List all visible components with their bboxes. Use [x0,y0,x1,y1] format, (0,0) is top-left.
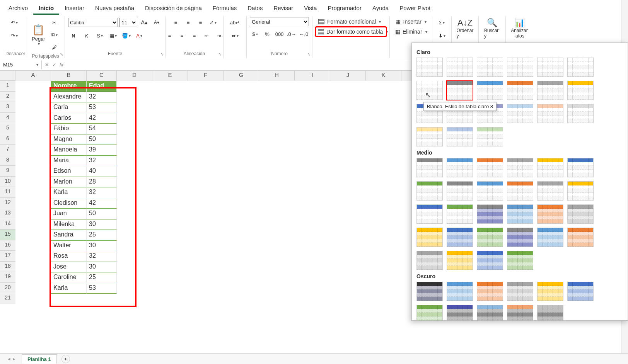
table-data-cell[interactable]: Magno [51,134,87,145]
table-style-swatch[interactable] [567,158,594,177]
table-style-swatch[interactable] [567,58,594,77]
table-style-swatch[interactable] [447,158,473,177]
table-data-cell[interactable]: Carla [51,102,87,113]
table-style-swatch[interactable] [477,204,503,224]
table-style-swatch[interactable] [537,181,563,201]
row-header[interactable]: 2 [0,92,15,102]
table-style-swatch[interactable] [537,228,563,247]
italic-button[interactable]: K [81,30,92,41]
table-data-cell[interactable]: 39 [87,145,117,156]
table-style-swatch[interactable] [477,81,503,100]
row-header[interactable]: 11 [0,187,15,198]
ribbon-tab-revisar[interactable]: Revisar [268,2,299,15]
column-header[interactable]: J [330,71,366,81]
borders-button[interactable]: ▦▾ [108,30,118,41]
table-data-cell[interactable]: Edson [51,166,87,177]
row-header[interactable]: 19 [0,272,15,283]
table-data-cell[interactable]: 32 [87,156,117,167]
table-data-cell[interactable]: Milenka [51,219,87,230]
table-style-swatch[interactable] [447,228,473,247]
thousands-button[interactable]: 000 [274,29,285,39]
row-header[interactable]: 5 [0,123,15,134]
table-style-swatch[interactable] [477,228,503,247]
table-data-cell[interactable]: 54 [87,124,117,134]
table-data-cell[interactable]: Juan [51,209,87,219]
table-data-cell[interactable]: 28 [87,177,117,188]
table-style-swatch[interactable] [416,228,443,247]
ribbon-tab-vista[interactable]: Vista [299,2,322,15]
ribbon-tab-archivo[interactable]: Archivo [3,2,33,15]
table-style-swatch[interactable] [537,104,563,123]
table-data-cell[interactable]: 53 [87,102,117,113]
insert-cells-button[interactable]: ▦Insertar▾ [393,17,429,26]
table-style-swatch[interactable] [416,204,443,224]
row-header[interactable]: 14 [0,219,15,230]
table-style-swatch[interactable] [567,104,594,123]
table-style-swatch[interactable] [507,305,533,321]
row-header[interactable]: 9 [0,166,15,177]
table-data-cell[interactable]: Alexandre [51,92,87,103]
column-header[interactable]: K [366,71,401,81]
table-style-swatch[interactable] [507,282,533,301]
table-data-cell[interactable]: 32 [87,187,117,198]
table-style-swatch[interactable] [507,228,533,247]
table-data-cell[interactable]: Marlon [51,177,87,188]
table-style-swatch[interactable] [447,204,473,224]
column-header[interactable]: F [188,71,224,81]
table-style-swatch[interactable] [416,158,443,177]
find-select-button[interactable]: 🔍 Buscar y [482,17,502,39]
table-style-swatch[interactable] [507,158,533,177]
decrease-decimal-button[interactable]: ←.0 [299,29,309,39]
fill-color-button[interactable]: 🪣▾ [121,30,131,41]
table-style-swatch[interactable] [477,305,503,321]
table-data-cell[interactable]: 42 [87,198,117,209]
row-header[interactable]: 8 [0,155,15,166]
undo-button[interactable]: ↶▾ [9,17,20,28]
column-header[interactable]: H [259,71,295,81]
table-style-swatch[interactable] [447,181,473,201]
percent-button[interactable]: % [262,29,272,39]
table-style-swatch[interactable] [507,204,533,224]
font-size-select[interactable]: 11 [119,18,137,27]
table-style-swatch[interactable] [507,181,533,201]
bold-button[interactable]: N [68,30,79,41]
accept-formula-icon[interactable]: ✓ [52,62,56,68]
table-data-cell[interactable]: 32 [87,92,117,103]
fx-icon[interactable]: fx [60,62,63,68]
align-left-button[interactable]: ≡ [164,30,175,41]
sheet-nav-prev[interactable]: ◂ [8,356,10,362]
table-style-swatch[interactable] [537,204,563,224]
sheet-tab-active[interactable]: Planilha 1 [22,354,57,364]
table-data-cell[interactable]: Sandra [51,230,87,241]
table-data-cell[interactable]: 25 [87,230,117,241]
table-style-swatch[interactable] [507,81,533,100]
underline-button[interactable]: S▾ [94,30,105,41]
cut-button[interactable]: ✂ [49,17,60,28]
increase-font-button[interactable]: A▴ [139,17,150,28]
column-header[interactable]: D [117,71,152,81]
font-name-select[interactable]: Calibri [68,18,118,27]
table-style-swatch[interactable] [477,251,503,270]
table-style-swatch[interactable] [416,127,443,146]
column-header[interactable]: E [152,71,188,81]
select-all-corner[interactable] [0,71,15,81]
fill-button[interactable]: ⬇▾ [437,30,447,41]
table-header-cell[interactable]: Edad [87,81,117,92]
table-data-cell[interactable]: 30 [87,241,117,252]
table-data-cell[interactable]: Walter [51,241,87,252]
align-center-button[interactable]: ≡ [177,30,188,41]
clipboard-launcher[interactable]: ⤡ [60,52,63,56]
conditional-format-button[interactable]: Formato condicional▾ [316,17,386,26]
table-data-cell[interactable]: Maria [51,156,87,167]
table-style-swatch[interactable] [567,181,594,201]
table-style-swatch[interactable] [507,251,533,270]
format-as-table-button[interactable]: Dar formato como tabla▾ [316,27,386,36]
table-data-cell[interactable]: Rosa [51,251,87,262]
orientation-button[interactable]: ⤢▾ [208,17,218,28]
number-format-select[interactable]: General [250,17,309,26]
table-style-swatch[interactable] [416,181,443,201]
table-data-cell[interactable]: 50 [87,134,117,145]
table-data-cell[interactable]: Karla [51,187,87,198]
alignment-launcher[interactable]: ⤡ [218,52,222,56]
ribbon-tab-fórmulas[interactable]: Fórmulas [207,2,242,15]
